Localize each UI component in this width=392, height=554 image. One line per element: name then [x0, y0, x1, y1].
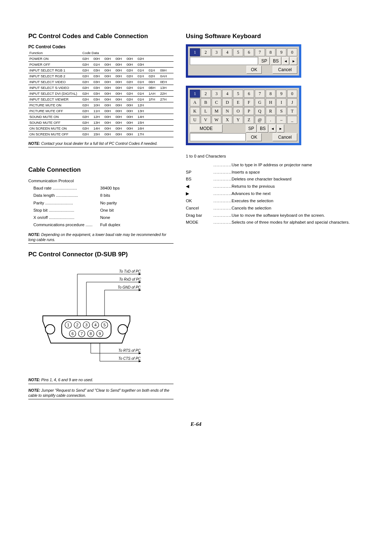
key-D[interactable]: D: [222, 98, 232, 106]
key-O[interactable]: O: [233, 107, 243, 115]
key-7[interactable]: 7: [255, 90, 265, 98]
table-row: INPUT SELECT VIEWER02H03H00H00H02H01H1FH…: [28, 97, 173, 102]
key-W[interactable]: W: [212, 116, 222, 124]
key-4[interactable]: 4: [222, 48, 232, 56]
table-row: ON SCREEN MUTE ON02H14H00H00H00H16H: [28, 126, 173, 131]
key-T[interactable]: T: [287, 107, 297, 115]
connector-figure: 12345 6789 To TxD of PC To RxD of PC To …: [36, 263, 173, 374]
ok-button[interactable]: OK: [246, 66, 262, 74]
svg-text:5: 5: [103, 323, 106, 327]
key-0[interactable]: 0: [287, 90, 297, 98]
next-button-2[interactable]: ▸: [277, 125, 284, 133]
key-Z[interactable]: Z: [244, 116, 254, 124]
key-R[interactable]: R: [266, 107, 276, 115]
table-row: INPUT SELECT RGB 102H03H00H00H02H01H01H0…: [28, 68, 173, 73]
next-button[interactable]: ▸: [290, 57, 297, 65]
key-_[interactable]: _: [287, 116, 297, 124]
pc-control-codes-table: Function Code Data POWER ON02H00H00H00H0…: [28, 50, 173, 137]
key-B[interactable]: B: [201, 98, 211, 106]
key-U[interactable]: U: [190, 116, 200, 124]
key-8[interactable]: 8: [266, 90, 276, 98]
key-7[interactable]: 7: [255, 48, 265, 56]
label-cts: To CTS of PC: [118, 357, 141, 360]
table-row: INPUT SELECT DVI (DIGITAL)02H03H00H00H02…: [28, 91, 173, 97]
key-V[interactable]: V: [201, 116, 211, 124]
prev-button[interactable]: ◂: [282, 57, 289, 65]
software-keyboard-alpha: 1234567890 ABCDEFGHIJ KLMNOPQRST UVWXYZ@…: [186, 86, 301, 145]
cable-connection-heading: Cable Connection: [28, 166, 173, 174]
kbd2-textbox[interactable]: [190, 133, 246, 141]
table-row: POWER ON02H00H00H00H00H02H: [28, 56, 173, 62]
key-1[interactable]: 1: [190, 48, 200, 56]
mode-button[interactable]: MODE: [190, 125, 222, 133]
cancel-button-2[interactable]: Cancel: [273, 133, 297, 141]
table-row: INPUT SELECT VIDEO02H03H00H00H02H01H06H0…: [28, 79, 173, 85]
label-rxd: To RxD of PC: [119, 277, 142, 281]
bs-button[interactable]: BS: [270, 57, 281, 65]
th-function: Function: [28, 50, 81, 56]
key-Y[interactable]: Y: [233, 116, 243, 124]
key-5[interactable]: 5: [233, 90, 243, 98]
key-2[interactable]: 2: [201, 48, 211, 56]
key-8[interactable]: 8: [266, 48, 276, 56]
key-5[interactable]: 5: [233, 48, 243, 56]
table-row: PICTURE MUTE ON02H10H00H00H00H12H: [28, 102, 173, 108]
table-row: INPUT SELECT RGB 202H03H00H00H02H01H02H0…: [28, 73, 173, 79]
key-M[interactable]: M: [212, 107, 222, 115]
sp-button-2[interactable]: SP: [246, 125, 257, 133]
main-heading-left: PC Control Codes and Cable Connection: [28, 33, 173, 40]
note-jumper: NOTE: Jumper "Request to Send" and "Clea…: [28, 386, 173, 399]
key-N[interactable]: N: [222, 107, 232, 115]
key-6[interactable]: 6: [244, 90, 254, 98]
key-9[interactable]: 9: [276, 90, 286, 98]
sp-button[interactable]: SP: [259, 57, 270, 65]
label-txd: To TxD of PC: [119, 269, 141, 273]
kbd1-textbox[interactable]: [190, 57, 258, 65]
key-F[interactable]: F: [244, 98, 254, 106]
key-3[interactable]: 3: [212, 48, 222, 56]
key-2[interactable]: 2: [201, 90, 211, 98]
key-3[interactable]: 3: [212, 90, 222, 98]
key-9[interactable]: 9: [276, 48, 286, 56]
comm-proto-label: Communication Protocol: [28, 177, 173, 184]
key-A[interactable]: A: [190, 98, 200, 106]
svg-text:1: 1: [67, 323, 69, 327]
key-0[interactable]: 0: [287, 48, 297, 56]
key-K[interactable]: K: [190, 107, 200, 115]
table-row: INPUT SELECT S-VIDEO02H03H00H00H02H01H0B…: [28, 85, 173, 91]
key-.[interactable]: .: [266, 116, 276, 124]
pc-connector-heading: PC Control Connector (D-SUB 9P): [28, 251, 173, 258]
bs-button-2[interactable]: BS: [257, 125, 268, 133]
table-row: PICTURE MUTE OFF02H11H00H00H00H13H: [28, 108, 173, 114]
key-S[interactable]: S: [276, 107, 286, 115]
key-L[interactable]: L: [201, 107, 211, 115]
svg-text:4: 4: [94, 323, 97, 327]
key-P[interactable]: P: [244, 107, 254, 115]
key-J[interactable]: J: [287, 98, 297, 106]
main-heading-right: Using Software Keyboard: [186, 33, 364, 40]
prev-button-2[interactable]: ◂: [269, 125, 276, 133]
ok-button-2[interactable]: OK: [246, 133, 262, 141]
key-G[interactable]: G: [255, 98, 265, 106]
key-1[interactable]: 1: [190, 90, 200, 98]
table-row: POWER OFF02H01H00H00H00H03H: [28, 62, 173, 68]
label-gnd: To GND of PC: [118, 285, 141, 289]
key-I[interactable]: I: [276, 98, 286, 106]
key-6[interactable]: 6: [244, 48, 254, 56]
key-4[interactable]: 4: [222, 90, 232, 98]
table-row: SOUND MUTE OFF02H13H00H00H00H15H: [28, 120, 173, 126]
table-row: ON SCREEN MUTE OFF02H15H00H00H00H17H: [28, 131, 173, 137]
note-baud: NOTE: Depending on the equipment, a lowe…: [28, 231, 173, 244]
svg-text:6: 6: [72, 331, 74, 336]
key-H[interactable]: H: [266, 98, 276, 106]
key-E[interactable]: E: [233, 98, 243, 106]
cancel-button[interactable]: Cancel: [273, 66, 297, 74]
key-C[interactable]: C: [212, 98, 222, 106]
svg-point-11: [118, 325, 127, 334]
key-Q[interactable]: Q: [255, 107, 265, 115]
key-–[interactable]: –: [276, 116, 286, 124]
key-X[interactable]: X: [222, 116, 232, 124]
key-@[interactable]: @: [255, 116, 265, 124]
svg-text:8: 8: [90, 331, 92, 336]
label-rts: To RTS of PC: [118, 349, 141, 353]
